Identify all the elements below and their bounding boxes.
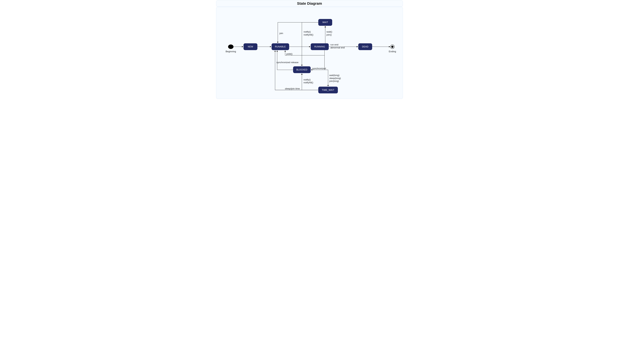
state-runable: RUNABLE — [272, 43, 289, 50]
edge-running-to-runable-branch — [311, 50, 324, 55]
svg-text:TIME_WAIT: TIME_WAIT — [322, 89, 334, 91]
edge-label-running-to-timewait-1: wait(long) — [329, 74, 339, 77]
state-wait: WAIT — [318, 19, 332, 26]
svg-text:BLOCKED: BLOCKED — [296, 69, 307, 71]
edge-label-running-to-wait-1: wait() — [326, 30, 332, 33]
diagram-title: State Diagram — [216, 0, 403, 7]
edge-wait-to-runable — [278, 22, 318, 43]
edge-label-running-to-wait-2: join() — [326, 33, 332, 36]
edge-wait-to-blocked-branch — [302, 22, 318, 26]
svg-text:Ending: Ending — [389, 50, 396, 53]
state-blocked: BLOCKED — [293, 66, 311, 73]
svg-text:DEAD: DEAD — [362, 45, 368, 48]
svg-text:NEW: NEW — [248, 45, 253, 48]
svg-text:Beginning: Beginning — [225, 50, 236, 53]
edge-label-timewait-to-blocked-2: notifyAll() — [303, 81, 313, 84]
state-timewait: TIME_WAIT — [318, 87, 338, 93]
edge-label-blocked-to-runable: synchronized release — [276, 61, 298, 64]
edge-label-running-to-dead-2: abnormal end — [330, 46, 345, 49]
state-dead: DEAD — [358, 43, 372, 50]
state-running: RUNNING — [311, 43, 329, 50]
edge-label-timewait-to-blocked-1: notify() — [303, 78, 311, 81]
edge-label-running-to-timewait-3: join(long) — [329, 80, 339, 82]
final-state: Ending — [389, 45, 396, 53]
svg-point-3 — [391, 46, 394, 48]
edge-label-timewait-to-runable: sleep/join time — [285, 87, 300, 90]
svg-text:RUNNING: RUNNING — [314, 45, 325, 48]
edge-label-running-to-blocked: synchronized — [312, 67, 326, 70]
edge-label-running-to-dead-1: run end — [330, 43, 338, 46]
svg-point-0 — [228, 44, 234, 49]
edge-label-wait-to-blocked-2: notifyAll() — [304, 33, 313, 36]
svg-text:WAIT: WAIT — [322, 21, 328, 24]
edge-label-wait-to-blocked-1: notify() — [304, 30, 311, 33]
diagram-canvas: Beginning Ending NEW RUNABLE RUNNING — [216, 7, 403, 99]
edge-label-wait-to-runable: join — [280, 32, 283, 35]
state-new: NEW — [244, 43, 257, 50]
initial-state: Beginning — [225, 44, 236, 53]
svg-text:RUNABLE: RUNABLE — [275, 45, 286, 48]
edge-label-running-to-timewait-2: sleep(long) — [329, 77, 341, 80]
edge-label-running-to-runable: yeild() — [286, 53, 292, 55]
